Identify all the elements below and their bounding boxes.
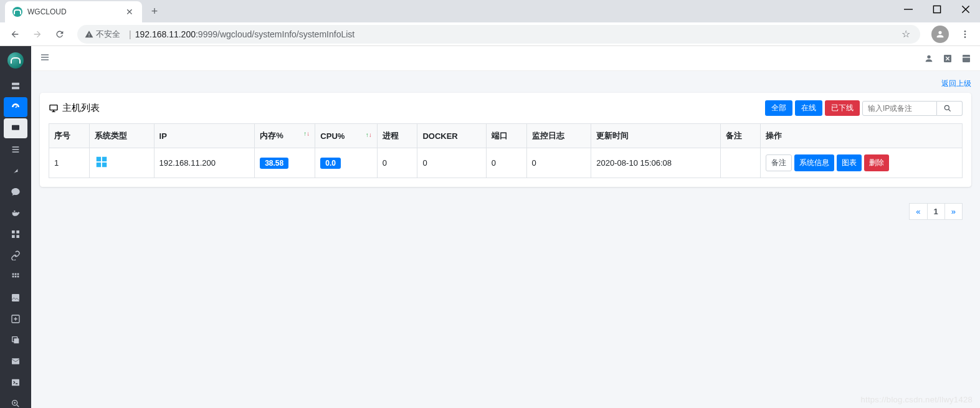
svg-rect-32	[102, 163, 107, 167]
bookmark-star-icon[interactable]: ☆	[899, 28, 913, 40]
card-body: 序号 系统类型 IP 内存%↑↓ CPU%↑↓ 进程 DOCKER 端口 监控日…	[40, 123, 971, 187]
th-seq: 序号	[49, 124, 90, 148]
svg-rect-31	[96, 163, 100, 167]
th-os-type: 系统类型	[89, 124, 154, 148]
page-prev[interactable]: «	[909, 203, 927, 220]
browser-reload-button[interactable]	[50, 24, 70, 44]
cell-process: 0	[377, 148, 417, 178]
filter-online-button[interactable]: 在线	[795, 100, 822, 116]
window-close-button[interactable]	[951, 0, 980, 19]
svg-rect-6	[12, 125, 19, 130]
table-row: 1 192.168.11.200	[49, 148, 963, 178]
sidebar-item-link[interactable]	[4, 245, 27, 265]
tab-favicon	[12, 7, 22, 17]
app-topbar	[31, 46, 980, 71]
th-ip: IP	[154, 124, 255, 148]
svg-rect-17	[12, 294, 19, 301]
page-next[interactable]: »	[944, 203, 963, 220]
return-link[interactable]: 返回上级	[941, 79, 971, 88]
svg-rect-8	[16, 230, 19, 234]
table-header-row: 序号 系统类型 IP 内存%↑↓ CPU%↑↓ 进程 DOCKER 端口 监控日…	[49, 124, 963, 148]
sidebar-item-image[interactable]	[4, 288, 27, 308]
main-content: 返回上级 主机列表 全部 在线 已下线	[31, 46, 980, 408]
browser-toolbar: 不安全 | 192.168.11.200:9999/wgcloud/system…	[0, 22, 980, 46]
cell-remark	[720, 148, 761, 178]
sidebar-item-zoom[interactable]	[4, 394, 27, 408]
host-list-card: 主机列表 全部 在线 已下线	[40, 93, 971, 187]
sidebar-item-add[interactable]	[4, 309, 27, 329]
url-text: 192.168.11.200:9999/wgcloud/systemInfo/s…	[135, 29, 899, 39]
close-tab-icon[interactable]: ✕	[125, 7, 135, 17]
sidebar-logo[interactable]	[0, 46, 31, 75]
sort-icon: ↑↓	[303, 130, 310, 137]
sort-icon: ↑↓	[366, 131, 372, 138]
th-update-time: 更新时间	[591, 124, 720, 148]
host-table: 序号 系统类型 IP 内存%↑↓ CPU%↑↓ 进程 DOCKER 端口 监控日…	[49, 123, 963, 178]
svg-rect-4	[12, 83, 19, 85]
topbar-expand-icon[interactable]	[961, 54, 971, 64]
sidebar-item-grid[interactable]	[4, 224, 27, 244]
sidebar-item-apps[interactable]	[4, 267, 27, 287]
svg-rect-13	[17, 273, 19, 275]
system-info-button[interactable]: 系统信息	[794, 154, 834, 171]
chart-button[interactable]: 图表	[837, 154, 862, 171]
browser-menu-button[interactable]	[955, 29, 975, 39]
window-minimize-button[interactable]	[894, 0, 923, 19]
delete-button[interactable]: 删除	[864, 154, 889, 171]
sidebar-item-mail[interactable]	[4, 351, 27, 371]
cell-update-time: 2020-08-10 15:06:08	[591, 148, 720, 178]
sidebar-item-dashboard[interactable]	[4, 97, 27, 117]
card-title: 主机列表	[62, 102, 100, 114]
th-action: 操作	[761, 124, 963, 148]
th-cpu[interactable]: CPU%↑↓	[315, 124, 377, 148]
return-link-row: 返回上级	[40, 78, 971, 89]
browser-tab-strip: WGCLOUD ✕ +	[0, 0, 980, 22]
sidebar-item-terminal[interactable]	[4, 372, 27, 392]
remark-button[interactable]: 备注	[766, 154, 792, 171]
sidebar-item-chat[interactable]	[4, 182, 27, 202]
svg-rect-15	[15, 276, 17, 278]
window-maximize-button[interactable]	[923, 0, 951, 19]
svg-rect-7	[12, 230, 15, 234]
sidebar-item-host[interactable]	[4, 118, 27, 138]
sidebar-toggle-icon[interactable]	[40, 52, 50, 65]
svg-rect-30	[102, 157, 107, 161]
th-log: 监控日志	[526, 124, 591, 148]
filter-offline-button[interactable]: 已下线	[825, 100, 860, 116]
svg-rect-11	[12, 273, 14, 275]
svg-rect-16	[17, 276, 19, 278]
th-remark: 备注	[720, 124, 761, 148]
sidebar-item-copy[interactable]	[4, 330, 27, 350]
cell-action: 备注 系统信息 图表 删除	[761, 148, 963, 178]
sidebar-item-list[interactable]	[4, 140, 27, 159]
cell-seq: 1	[49, 148, 90, 178]
th-port: 端口	[486, 124, 526, 148]
app-sidebar	[0, 46, 31, 408]
topbar-user-icon[interactable]	[924, 54, 934, 64]
browser-tab[interactable]: WGCLOUD ✕	[5, 1, 142, 22]
filter-all-button[interactable]: 全部	[765, 100, 792, 116]
profile-avatar-button[interactable]	[931, 26, 949, 43]
svg-point-28	[944, 105, 949, 110]
search-input[interactable]	[862, 101, 937, 116]
browser-back-button[interactable]	[5, 24, 25, 44]
th-memory[interactable]: 内存%↑↓	[255, 124, 315, 148]
url-bar[interactable]: 不安全 | 192.168.11.200:9999/wgcloud/system…	[77, 25, 920, 44]
topbar-close-icon[interactable]	[943, 54, 953, 64]
tab-title: WGCLOUD	[27, 7, 125, 16]
windows-os-icon	[95, 155, 108, 169]
sidebar-item-docker[interactable]	[4, 203, 27, 223]
th-docker: DOCKER	[417, 124, 486, 148]
svg-point-2	[964, 33, 966, 35]
sidebar-item-server[interactable]	[4, 76, 27, 96]
window-controls	[894, 0, 980, 19]
sidebar-item-leaf[interactable]	[4, 161, 27, 181]
browser-forward-button[interactable]	[27, 24, 47, 44]
search-button[interactable]	[937, 101, 963, 116]
svg-rect-10	[16, 235, 19, 238]
cell-log: 0	[526, 148, 591, 178]
page-number[interactable]: 1	[927, 203, 945, 220]
new-tab-button[interactable]: +	[146, 2, 163, 20]
svg-rect-0	[933, 6, 940, 12]
svg-point-3	[964, 36, 966, 38]
